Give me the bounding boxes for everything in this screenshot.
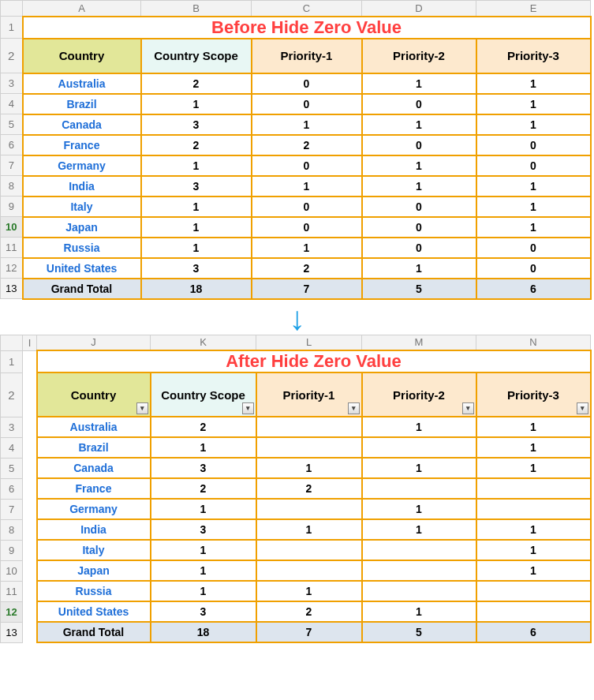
p1-cell[interactable]: 1	[252, 114, 362, 135]
p1-cell[interactable]	[256, 540, 362, 560]
country-cell[interactable]: Canada	[23, 114, 141, 135]
select-all-corner[interactable]	[1, 1, 23, 17]
scope-cell[interactable]: 1	[141, 197, 252, 217]
row-header[interactable]: 9	[1, 540, 23, 560]
grand-total-p1[interactable]: 7	[256, 622, 362, 642]
select-all-corner[interactable]	[1, 335, 23, 350]
col-header[interactable]: J	[37, 335, 151, 350]
header-p3[interactable]: Priority-3▾	[476, 372, 591, 417]
p2-cell[interactable]: 1	[362, 258, 476, 279]
p1-cell[interactable]: 1	[256, 581, 362, 601]
col-header[interactable]: C	[252, 1, 362, 17]
row-header[interactable]: 6	[1, 135, 23, 155]
row-header[interactable]: 11	[1, 238, 23, 258]
header-country[interactable]: Country	[23, 39, 141, 73]
scope-cell[interactable]: 1	[151, 581, 256, 601]
row-header[interactable]: 9	[1, 197, 23, 217]
row-header[interactable]: 1	[1, 17, 23, 39]
country-cell[interactable]: Australia	[23, 73, 141, 94]
p1-cell[interactable]: 1	[252, 176, 362, 197]
p1-cell[interactable]: 2	[252, 258, 362, 279]
header-p1[interactable]: Priority-1	[252, 39, 362, 73]
row-header[interactable]: 13	[1, 622, 23, 642]
row-header[interactable]: 4	[1, 94, 23, 114]
row-header[interactable]: 4	[1, 437, 23, 458]
scope-cell[interactable]: 1	[151, 499, 256, 519]
row-header[interactable]: 10	[1, 217, 23, 238]
country-cell[interactable]: Japan	[23, 217, 141, 238]
row-header[interactable]: 3	[1, 73, 23, 94]
filter-dropdown-icon[interactable]: ▾	[577, 402, 588, 414]
country-cell[interactable]: Australia	[37, 417, 151, 437]
p3-cell[interactable]: 1	[476, 437, 591, 458]
p2-cell[interactable]	[362, 437, 476, 458]
row-header[interactable]: 1	[1, 350, 23, 372]
row-header[interactable]: 3	[1, 417, 23, 437]
p3-cell[interactable]: 1	[476, 94, 591, 114]
grand-total-p1[interactable]: 7	[252, 279, 362, 299]
col-header[interactable]: K	[151, 335, 256, 350]
filter-dropdown-icon[interactable]: ▾	[348, 402, 360, 414]
country-cell[interactable]: France	[23, 135, 141, 155]
p3-cell[interactable]: 1	[476, 519, 591, 540]
scope-cell[interactable]: 2	[151, 417, 256, 437]
p3-cell[interactable]: 1	[476, 540, 591, 560]
p1-cell[interactable]: 2	[256, 478, 362, 499]
p2-cell[interactable]	[362, 560, 476, 581]
p1-cell[interactable]: 1	[256, 519, 362, 540]
row-header[interactable]: 8	[1, 519, 23, 540]
row-header[interactable]: 7	[1, 499, 23, 519]
p2-cell[interactable]: 1	[362, 458, 476, 478]
grand-total-scope[interactable]: 18	[151, 622, 256, 642]
p1-cell[interactable]: 0	[252, 155, 362, 176]
p1-cell[interactable]	[256, 560, 362, 581]
scope-cell[interactable]: 3	[141, 176, 252, 197]
p2-cell[interactable]: 1	[362, 73, 476, 94]
row-header[interactable]: 7	[1, 155, 23, 176]
country-cell[interactable]: United States	[37, 601, 151, 622]
header-country[interactable]: Country▾	[37, 372, 151, 417]
p1-cell[interactable]: 0	[252, 197, 362, 217]
p2-cell[interactable]: 0	[362, 94, 476, 114]
filter-dropdown-icon[interactable]: ▾	[462, 402, 474, 414]
header-p2[interactable]: Priority-2▾	[362, 372, 476, 417]
country-cell[interactable]: Italy	[37, 540, 151, 560]
p1-cell[interactable]: 1	[256, 458, 362, 478]
p3-cell[interactable]: 1	[476, 114, 591, 135]
grand-total-p3[interactable]: 6	[476, 622, 591, 642]
after-title[interactable]: After Hide Zero Value	[37, 350, 591, 372]
p1-cell[interactable]	[256, 499, 362, 519]
row-header[interactable]: 12	[1, 258, 23, 279]
p2-cell[interactable]	[362, 478, 476, 499]
col-header[interactable]: L	[256, 335, 362, 350]
grand-total-p2[interactable]: 5	[362, 622, 476, 642]
header-scope[interactable]: Country Scope▾	[151, 372, 256, 417]
scope-cell[interactable]: 3	[151, 519, 256, 540]
col-header[interactable]: E	[476, 1, 591, 17]
p3-cell[interactable]: 1	[476, 217, 591, 238]
p2-cell[interactable]	[362, 581, 476, 601]
country-cell[interactable]: Russia	[23, 238, 141, 258]
col-header[interactable]: D	[362, 1, 476, 17]
p2-cell[interactable]: 1	[362, 417, 476, 437]
scope-cell[interactable]: 3	[151, 601, 256, 622]
grand-total-p2[interactable]: 5	[362, 279, 476, 299]
row-header[interactable]: 5	[1, 114, 23, 135]
row-header[interactable]: 10	[1, 560, 23, 581]
filter-dropdown-icon[interactable]: ▾	[242, 402, 254, 414]
scope-cell[interactable]: 1	[151, 437, 256, 458]
scope-cell[interactable]: 1	[151, 560, 256, 581]
country-cell[interactable]: Brazil	[37, 437, 151, 458]
p2-cell[interactable]: 0	[362, 238, 476, 258]
p1-cell[interactable]: 0	[252, 94, 362, 114]
col-header[interactable]: I	[23, 335, 37, 350]
country-cell[interactable]: Canada	[37, 458, 151, 478]
p2-cell[interactable]: 0	[362, 135, 476, 155]
scope-cell[interactable]: 1	[141, 94, 252, 114]
col-header[interactable]: B	[141, 1, 252, 17]
grand-total-scope[interactable]: 18	[141, 279, 252, 299]
p1-cell[interactable]	[256, 437, 362, 458]
grand-total-label[interactable]: Grand Total	[23, 279, 141, 299]
p3-cell[interactable]	[476, 478, 591, 499]
p3-cell[interactable]: 1	[476, 176, 591, 197]
